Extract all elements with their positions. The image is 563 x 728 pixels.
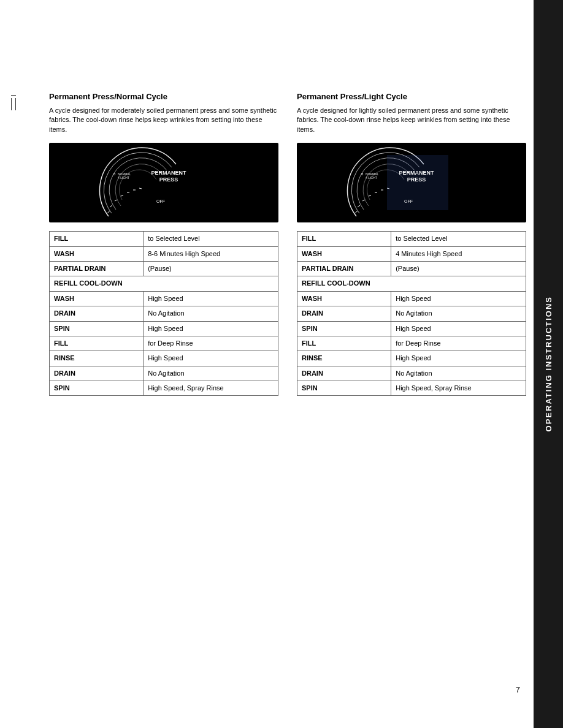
step-row: RINSE High Speed — [50, 351, 278, 366]
step-value: to Selected Level — [391, 232, 526, 246]
step-row: FILL to Selected Level — [50, 232, 278, 246]
columns-container: Permanent Press/Normal Cycle A cycle des… — [49, 92, 526, 396]
step-value: No Agitation — [391, 366, 526, 381]
step-value: High Speed — [144, 321, 278, 336]
step-label: FILL — [50, 232, 144, 246]
svg-text:PERMANENT: PERMANENT — [399, 170, 434, 176]
step-label: RINSE — [50, 351, 144, 366]
svg-text:PRESS: PRESS — [159, 176, 178, 183]
step-value: to Selected Level — [144, 232, 278, 246]
step-value: High Speed — [144, 351, 278, 366]
step-label: DRAIN — [50, 366, 144, 381]
step-label: SPIN — [50, 321, 144, 336]
step-label: SPIN — [297, 321, 391, 336]
step-label-full: REFILL COOL-DOWN — [297, 276, 526, 291]
step-value: (Pause) — [144, 261, 278, 276]
step-row: REFILL COOL-DOWN — [297, 276, 526, 291]
step-value: High Speed — [391, 291, 526, 306]
left-dial: 8 NORMAL 4 LIGHT PERMANENT PRESS OFF — [49, 143, 278, 222]
step-value: No Agitation — [144, 366, 278, 381]
step-value: (Pause) — [391, 261, 526, 276]
step-label: WASH — [297, 291, 391, 306]
step-label: DRAIN — [297, 306, 391, 321]
step-row: FILL to Selected Level — [297, 232, 526, 246]
right-cycle-desc: A cycle designed for lightly soiled perm… — [297, 106, 526, 134]
step-row: DRAIN No Agitation — [297, 306, 526, 321]
step-label: SPIN — [50, 381, 144, 396]
step-label: DRAIN — [50, 306, 144, 321]
step-row: DRAIN No Agitation — [50, 366, 278, 381]
step-row: WASH High Speed — [50, 291, 278, 306]
svg-rect-25 — [387, 155, 448, 210]
step-row: SPIN High Speed, Spray Rinse — [50, 381, 278, 396]
right-steps-table: FILL to Selected Level WASH 4 Minutes Hi… — [297, 231, 526, 396]
step-row: WASH High Speed — [297, 291, 526, 306]
step-row: PARTIAL DRAIN (Pause) — [50, 261, 278, 276]
step-label: FILL — [297, 232, 391, 246]
step-label: WASH — [50, 291, 144, 306]
step-label: RINSE — [297, 351, 391, 366]
page-number: 7 — [516, 685, 520, 694]
step-row: REFILL COOL-DOWN — [50, 276, 278, 291]
step-label: WASH — [297, 246, 391, 261]
step-label: DRAIN — [297, 366, 391, 381]
svg-text:PRESS: PRESS — [407, 176, 426, 183]
step-label: SPIN — [297, 381, 391, 396]
step-row: SPIN High Speed — [50, 321, 278, 336]
step-label: PARTIAL DRAIN — [297, 261, 391, 276]
step-label: FILL — [297, 336, 391, 351]
step-row: WASH 4 Minutes High Speed — [297, 246, 526, 261]
step-row: DRAIN No Agitation — [50, 306, 278, 321]
left-cycle-title: Permanent Press/Normal Cycle — [49, 92, 278, 101]
step-row: WASH 8-6 Minutes High Speed — [50, 246, 278, 261]
left-column: Permanent Press/Normal Cycle A cycle des… — [49, 92, 278, 396]
svg-text:4 LIGHT: 4 LIGHT — [366, 176, 377, 180]
left-margin-marks — [11, 95, 16, 110]
step-value: for Deep Rinse — [144, 336, 278, 351]
main-content: Permanent Press/Normal Cycle A cycle des… — [49, 0, 526, 396]
step-value: No Agitation — [144, 306, 278, 321]
step-value: for Deep Rinse — [391, 336, 526, 351]
step-value: High Speed — [391, 321, 526, 336]
step-row: SPIN High Speed, Spray Rinse — [297, 381, 526, 396]
left-steps-table: FILL to Selected Level WASH 8-6 Minutes … — [49, 231, 278, 396]
step-row: FILL for Deep Rinse — [297, 336, 526, 351]
step-label: FILL — [50, 336, 144, 351]
step-value: 8-6 Minutes High Speed — [144, 246, 278, 261]
step-row: PARTIAL DRAIN (Pause) — [297, 261, 526, 276]
step-label-full: REFILL COOL-DOWN — [50, 276, 278, 291]
left-cycle-desc: A cycle designed for moderately soiled p… — [49, 106, 278, 134]
right-dial: 8 NORMAL 4 LIGHT PERMANENT PRESS OFF — [297, 143, 526, 222]
step-label: PARTIAL DRAIN — [50, 261, 144, 276]
step-value: High Speed — [391, 351, 526, 366]
svg-text:OFF: OFF — [156, 199, 165, 203]
step-value: 4 Minutes High Speed — [391, 246, 526, 261]
step-row: FILL for Deep Rinse — [50, 336, 278, 351]
step-value: High Speed, Spray Rinse — [391, 381, 526, 396]
step-row: RINSE High Speed — [297, 351, 526, 366]
step-value: No Agitation — [391, 306, 526, 321]
svg-text:4 LIGHT: 4 LIGHT — [118, 176, 129, 180]
step-value: High Speed, Spray Rinse — [144, 381, 278, 396]
svg-text:PERMANENT: PERMANENT — [151, 170, 186, 176]
right-cycle-title: Permanent Press/Light Cycle — [297, 92, 526, 101]
step-row: SPIN High Speed — [297, 321, 526, 336]
sidebar-label: OPERATING INSTRUCTIONS — [544, 296, 553, 431]
svg-text:OFF: OFF — [404, 199, 413, 203]
right-column: Permanent Press/Light Cycle A cycle desi… — [297, 92, 526, 396]
sidebar: OPERATING INSTRUCTIONS — [534, 0, 563, 728]
step-row: DRAIN No Agitation — [297, 366, 526, 381]
step-label: WASH — [50, 246, 144, 261]
step-value: High Speed — [144, 291, 278, 306]
